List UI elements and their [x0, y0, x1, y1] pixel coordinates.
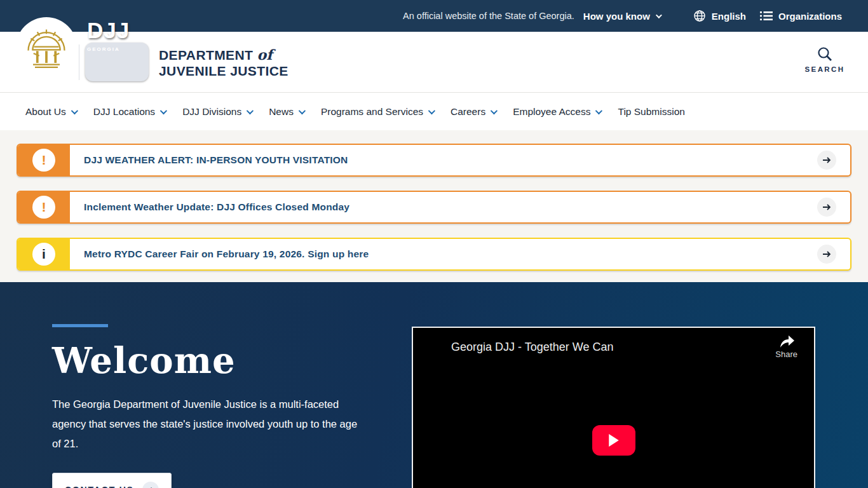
chevron-down-icon [299, 107, 306, 114]
site-header: GEORGIA DJJ DEPARTMENT of JUVENILE JUSTI… [0, 32, 868, 92]
alert-offices-closed[interactable]: ! Inclement Weather Update: DJJ Offices … [17, 191, 851, 224]
share-label: Share [775, 349, 797, 359]
video-title[interactable]: Georgia DJJ - Together We Can [451, 341, 613, 354]
info-icon: i [32, 243, 55, 266]
arrow-right-icon [822, 155, 832, 165]
alert-severity-block: i [18, 239, 70, 269]
alerts-section: ! DJJ WEATHER ALERT: IN-PERSON YOUTH VIS… [0, 130, 868, 282]
exclamation-icon: ! [32, 149, 55, 172]
youtube-video-player[interactable]: Georgia DJJ - Together We Can Share [412, 327, 815, 488]
nav-item-about-us[interactable]: About Us [25, 106, 76, 118]
accent-line [52, 324, 108, 327]
language-label: English [712, 11, 746, 22]
arrow-right-icon [822, 202, 832, 212]
georgia-arch-seal-icon [24, 25, 69, 71]
arrow-right-icon [822, 249, 832, 259]
exclamation-icon: ! [32, 196, 55, 219]
georgia-state-seal[interactable] [16, 17, 77, 78]
nav-item-djj-divisions[interactable]: DJJ Divisions [182, 106, 252, 118]
arrow-right-icon [142, 482, 159, 488]
search-icon [817, 46, 833, 62]
contact-us-button[interactable]: CONTACT US [52, 473, 172, 488]
how-you-know-button[interactable]: How you know [583, 11, 660, 22]
nav-item-djj-locations[interactable]: DJJ Locations [93, 106, 165, 118]
search-button[interactable]: SEARCH [806, 46, 843, 73]
alert-arrow-button[interactable] [817, 245, 836, 264]
alert-severity-block: ! [18, 145, 70, 175]
alert-arrow-button[interactable] [817, 198, 836, 217]
nav-item-news[interactable]: News [269, 106, 304, 118]
search-label: SEARCH [805, 65, 845, 73]
hero-content: Welcome The Georgia Department of Juveni… [52, 324, 383, 488]
chevron-down-icon [491, 107, 498, 114]
list-icon [760, 11, 773, 21]
hero-description: The Georgia Department of Juvenile Justi… [52, 395, 363, 454]
agency-title[interactable]: DEPARTMENT of JUVENILE JUSTICE [159, 47, 288, 79]
share-icon [778, 334, 795, 348]
play-icon [608, 434, 620, 447]
nav-item-tip-submission[interactable]: Tip Submission [618, 106, 684, 118]
utility-bar: An official website of the State of Geor… [0, 0, 868, 32]
main-navigation: About Us DJJ Locations DJJ Divisions New… [0, 92, 868, 130]
agency-title-of: of [257, 46, 273, 63]
nav-item-programs-and-services[interactable]: Programs and Services [321, 106, 433, 118]
alert-arrow-button[interactable] [817, 151, 836, 170]
chevron-down-icon [595, 107, 602, 114]
globe-icon [693, 10, 706, 22]
alert-text: Metro RYDC Career Fair on February 19, 2… [84, 248, 369, 260]
nav-item-employee-access[interactable]: Employee Access [513, 106, 600, 118]
play-button[interactable] [592, 425, 635, 456]
chevron-down-icon [71, 107, 78, 114]
chevron-down-icon [160, 107, 167, 114]
page-title: Welcome [52, 342, 383, 378]
chevron-down-icon [247, 107, 254, 114]
contact-us-label: CONTACT US [65, 485, 134, 488]
organizations-button[interactable]: Organizations [760, 11, 842, 22]
alert-text: DJJ WEATHER ALERT: IN-PERSON YOUTH VISIT… [84, 154, 348, 166]
chevron-down-icon [656, 12, 662, 18]
chevron-down-icon [428, 107, 435, 114]
alert-weather-visitation[interactable]: ! DJJ WEATHER ALERT: IN-PERSON YOUTH VIS… [17, 144, 851, 177]
alert-career-fair[interactable]: i Metro RYDC Career Fair on February 19,… [17, 238, 851, 271]
nav-item-careers[interactable]: Careers [451, 106, 496, 118]
official-website-text: An official website of the State of Geor… [403, 11, 574, 21]
how-you-know-label: How you know [583, 11, 650, 22]
agency-title-word1: DEPARTMENT [159, 48, 253, 62]
agency-title-line2: JUVENILE JUSTICE [159, 63, 288, 79]
alert-text: Inclement Weather Update: DJJ Offices Cl… [84, 201, 349, 213]
logo-divider [79, 44, 79, 80]
alert-severity-block: ! [18, 192, 70, 222]
share-button[interactable]: Share [775, 334, 797, 359]
djj-logo[interactable]: GEORGIA DJJ [85, 43, 149, 81]
organizations-label: Organizations [778, 11, 842, 22]
language-selector[interactable]: English [693, 10, 746, 22]
hero-section: Welcome The Georgia Department of Juveni… [0, 282, 868, 488]
